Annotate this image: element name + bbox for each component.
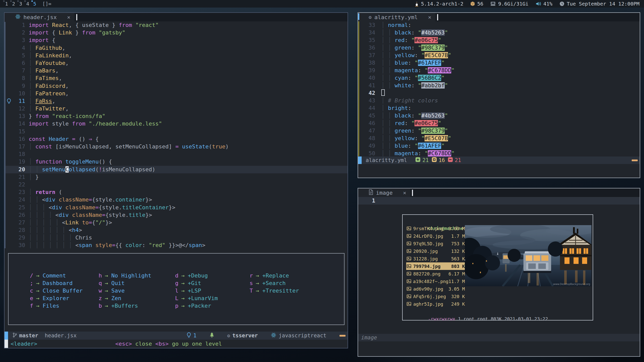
code-line[interactable]: 16const Header = () ⇒ { <box>5 135 348 143</box>
code-line[interactable]: 2import { Link } from "gatsby" <box>5 29 348 36</box>
tab-alacritty-yml[interactable]: ⚙ alacritty.yml × <box>358 13 435 21</box>
code-line[interactable]: 19│ function toggleMenu() { <box>5 158 348 166</box>
code-line[interactable]: 45│ │ black: "#4b5263" <box>358 112 640 119</box>
command-line[interactable]: <leader> <esc> close <bs> go up one leve… <box>5 340 348 348</box>
scrollbar-strip[interactable] <box>5 22 6 248</box>
code-line[interactable]: 11│ FaRss, <box>5 97 348 105</box>
whichkey-hints: <esc> close <bs> go up one level <box>115 341 222 347</box>
code-line[interactable]: 26│ │ │ │ <div className={style.title}> <box>5 211 348 219</box>
whichkey-item--debug[interactable]: d→+Debug <box>175 272 249 279</box>
code-line[interactable]: 21│ } <box>5 173 348 181</box>
whichkey-column: h→No Highlightq→Quitw→Savez→Zenb→+Buffer… <box>98 272 175 325</box>
whichkey-item--lsp[interactable]: l→+LSP <box>175 287 249 294</box>
code-line[interactable]: 20│ │ setMenuCollapsed(!isMenuCollapsed) <box>5 166 348 173</box>
code-line[interactable]: 40│ │ cyan: "#56B6C2" <box>358 74 640 82</box>
whichkey-item-dashboard[interactable]: ;→Dashboard <box>30 279 98 287</box>
whichkey-item--treesitter[interactable]: T→+Treesitter <box>249 287 344 294</box>
tab-header-jsx[interactable]: header.jsx × <box>5 13 74 21</box>
close-icon[interactable]: × <box>428 14 431 20</box>
code-line[interactable]: 24│ │ <div className={style.container}> <box>5 196 348 204</box>
code-line[interactable]: 34│ │ black: "#4b5263" <box>358 29 640 36</box>
file-list-item[interactable]: AFq5r6j.jpeg320 K <box>406 293 466 300</box>
close-icon[interactable]: × <box>67 14 70 20</box>
code-line[interactable]: 36│ │ green: "#98C379" <box>358 44 640 52</box>
whichkey-item--packer[interactable]: p→+Packer <box>175 302 249 309</box>
whichkey-item-quit[interactable]: q→Quit <box>98 279 175 287</box>
code-line[interactable]: 12│ FaTwitter, <box>5 105 348 112</box>
scrollbar-position-mark[interactable] <box>358 13 359 20</box>
code-line[interactable]: 29│ │ │ │ │ │ │ Chris <box>5 234 348 242</box>
file-list-item[interactable]: 20920.jpg132 K <box>406 247 466 255</box>
workspace-4[interactable]: 4 <box>24 0 31 8</box>
whichkey-item-no-highlight[interactable]: h→No Highlight <box>98 272 175 279</box>
whichkey-item--buffers[interactable]: b→+Buffers <box>98 302 175 309</box>
layout-indicator[interactable]: []= <box>42 1 51 7</box>
close-icon[interactable]: × <box>403 190 406 196</box>
whichkey-item--replace[interactable]: r→+Replace <box>249 272 344 279</box>
code-line[interactable]: 17│ const [isMenuCollapsed, setMenuColla… <box>5 143 348 150</box>
code-line[interactable]: 38│ │ blue: "#61AFEF" <box>358 59 640 67</box>
code-line[interactable]: 50│ │ magenta: "#C678DD" <box>358 150 640 157</box>
whichkey-item--search[interactable]: s→+Search <box>249 279 344 287</box>
code-area[interactable]: 1import React, { useState } from "react"… <box>5 21 348 249</box>
code-line[interactable]: 14import style from "./header.module.les… <box>5 120 348 128</box>
workspace-2[interactable]: 2 <box>10 0 17 8</box>
file-list-item[interactable]: aghr5Ip.jpg249 K <box>406 300 466 308</box>
code-line[interactable]: 41│ │ white: "#abb2bf" <box>358 82 640 89</box>
whichkey-item-zen[interactable]: z→Zen <box>98 294 175 302</box>
code-line[interactable]: 43│ # Bright colors <box>358 97 640 104</box>
whichkey-item-close-buffer[interactable]: c→Close Buffer <box>30 287 98 294</box>
status-text: 5.14.2-arch1-2 <box>421 1 464 7</box>
code-line[interactable]: 35│ │ red: "#e06c75" <box>358 36 640 44</box>
file-list-item[interactable]: 882720.png6.17 M <box>406 270 466 277</box>
file-list-item[interactable]: 97q9L5D.jpg753 K <box>406 240 466 247</box>
whichkey-item-explorer[interactable]: e→Explorer <box>30 294 98 302</box>
file-list-item[interactable]: ad6v90y.jpg3.05 M <box>406 285 466 293</box>
code-line[interactable]: 10│ FaPatreon, <box>5 90 348 97</box>
code-line[interactable]: 23│ return ( <box>5 188 348 196</box>
code-line[interactable]: 18 <box>5 150 348 158</box>
code-line[interactable]: 1 <box>358 197 640 205</box>
tab-image[interactable]: image × <box>358 188 410 197</box>
code-line[interactable]: 28│ │ │ │ │ │ <h4> <box>5 226 348 234</box>
workspace-1[interactable]: 1 <box>3 0 10 8</box>
code-line[interactable]: 33│ normal: <box>358 21 640 29</box>
code-line[interactable]: 46│ │ red: "#e06c75" <box>358 119 640 127</box>
code-line[interactable]: 9│ FaDiscord, <box>5 82 348 90</box>
workspace-5[interactable]: 5 <box>31 0 38 8</box>
code-line[interactable]: 6│ FaYoutube, <box>5 59 348 67</box>
file-list-item[interactable]: 799794.jpg803 K <box>406 262 466 270</box>
whichkey-item-save[interactable]: w→Save <box>98 287 175 294</box>
code-line[interactable]: 39│ │ magenta: "#C678DD" <box>358 67 640 74</box>
whichkey-item--git[interactable]: g→+Git <box>175 279 249 287</box>
code-action-lightbulb-icon[interactable] <box>5 97 13 105</box>
code-line[interactable]: 49│ │ blue: "#61AFEF" <box>358 142 640 150</box>
code-line[interactable]: 22 <box>5 181 348 188</box>
code-line[interactable]: 25│ │ │ <div className={style.titleConta… <box>5 204 348 211</box>
workspace-3[interactable]: 3 <box>17 0 24 8</box>
code-line[interactable]: 47│ │ green: "#98C379" <box>358 127 640 135</box>
code-line[interactable]: 13} from "react-icons/fa" <box>5 112 348 120</box>
code-line[interactable]: 15 <box>5 128 348 135</box>
sign-column <box>5 52 13 59</box>
whichkey-item--lunarvim[interactable]: L→+LunarVim <box>175 294 249 302</box>
code-line[interactable]: 27│ │ │ │ │ <Link to={"/"}> <box>5 219 348 226</box>
file-list-item[interactable]: a19c482f~.png11.7 M <box>406 277 466 285</box>
whichkey-item-comment[interactable]: /→Comment <box>30 272 98 279</box>
code-line[interactable]: 48│ │ yellow: "#E5C07B" <box>358 135 640 142</box>
code-line[interactable]: 42 <box>358 89 640 97</box>
file-list-item[interactable]: 31228.jpg563 K <box>406 255 466 262</box>
code-line[interactable]: 30│ │ │ │ │ │ │ <span style={{ color: "r… <box>5 242 348 249</box>
code-line[interactable]: 37│ │ yellow: "#E5C07B" <box>358 52 640 59</box>
code-line[interactable]: 7│ FaBars, <box>5 67 348 74</box>
code-line[interactable]: 44│ bright: <box>358 104 640 112</box>
code-line[interactable]: 1import React, { useState } from "react" <box>5 21 348 29</box>
line-number: 1 <box>13 21 29 29</box>
whichkey-item-files[interactable]: f→Files <box>30 302 98 309</box>
hint-txt: close <box>132 341 155 347</box>
code-area[interactable]: 33│ normal:34│ │ black: "#4b5263"35│ │ r… <box>358 21 640 157</box>
code-line[interactable]: 5│ FaLinkedin, <box>5 52 348 59</box>
code-line[interactable]: 8│ FaTimes, <box>5 74 348 82</box>
code-line[interactable]: 3import { <box>5 36 348 44</box>
code-line[interactable]: 4│ FaGithub, <box>5 44 348 52</box>
